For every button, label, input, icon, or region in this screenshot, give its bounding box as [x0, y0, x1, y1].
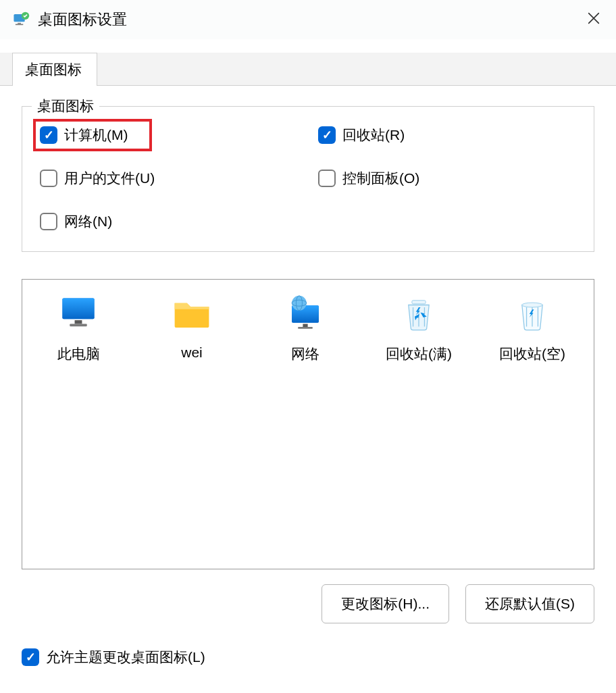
- highlight-annotation: ✓ 计算机(M): [33, 119, 152, 151]
- button-row: 更改图标(H)... 还原默认值(S): [22, 584, 594, 623]
- icon-label: 回收站(空): [499, 344, 565, 363]
- checkbox-label: 网络(N): [64, 212, 112, 231]
- icon-preview-box: 此电脑 wei: [22, 279, 594, 569]
- checkmark-icon: ✓: [44, 128, 54, 143]
- svg-rect-6: [75, 320, 82, 324]
- icon-label: 网络: [291, 344, 319, 363]
- tab-label: 桌面图标: [25, 61, 82, 77]
- checkbox-user-documents[interactable]: 用户的文件(U): [40, 169, 298, 188]
- icon-label: 此电脑: [57, 344, 100, 363]
- checkbox-label: 控制面板(O): [342, 169, 419, 188]
- checkbox-icon: ✓: [22, 648, 39, 666]
- desktop-icons-fieldset: 桌面图标 ✓ 计算机(M) ✓ 回收站(R) 用户的文件(U): [22, 106, 594, 252]
- icon-label: wei: [181, 344, 203, 361]
- checkbox-label: 回收站(R): [342, 126, 405, 145]
- tab-content: 桌面图标 ✓ 计算机(M) ✓ 回收站(R) 用户的文件(U): [0, 86, 616, 667]
- svg-point-16: [522, 303, 542, 307]
- svg-point-12: [292, 296, 307, 311]
- monitor-icon: [59, 294, 98, 334]
- change-icon-button[interactable]: 更改图标(H)...: [322, 584, 449, 623]
- checkbox-icon: [318, 170, 336, 187]
- svg-rect-1: [18, 23, 21, 24]
- preview-item-recycle-empty[interactable]: 回收站(空): [488, 294, 576, 363]
- checkmark-icon: ✓: [26, 650, 36, 665]
- window-title: 桌面图标设置: [38, 9, 127, 30]
- icon-row: 此电脑 wei: [34, 294, 582, 363]
- icon-label: 回收站(满): [386, 344, 452, 363]
- app-icon: [12, 11, 30, 28]
- svg-rect-2: [16, 24, 23, 26]
- checkbox-label: 允许主题更改桌面图标(L): [46, 648, 205, 667]
- checkbox-grid: ✓ 计算机(M) ✓ 回收站(R) 用户的文件(U) 控制面板(O) 网络(N): [40, 126, 576, 231]
- checkmark-icon: ✓: [322, 128, 332, 143]
- checkbox-label: 计算机(M): [64, 126, 128, 145]
- checkbox-computer[interactable]: ✓ 计算机(M): [40, 126, 128, 145]
- svg-rect-10: [303, 324, 307, 328]
- network-icon: [286, 294, 325, 334]
- grid-cell: ✓ 计算机(M): [40, 126, 298, 145]
- tab-desktop-icons[interactable]: 桌面图标: [12, 53, 97, 86]
- tab-strip: 桌面图标: [0, 53, 616, 86]
- checkbox-control-panel[interactable]: 控制面板(O): [318, 169, 576, 188]
- svg-rect-11: [298, 327, 313, 329]
- checkbox-network[interactable]: 网络(N): [40, 212, 298, 231]
- recycle-bin-empty-icon: [513, 294, 552, 334]
- recycle-bin-full-icon: [399, 294, 438, 334]
- preview-item-this-pc[interactable]: 此电脑: [34, 294, 122, 363]
- close-button[interactable]: [580, 7, 608, 32]
- checkbox-icon: ✓: [40, 126, 57, 144]
- preview-item-user-folder[interactable]: wei: [148, 294, 236, 363]
- checkbox-allow-theme[interactable]: ✓ 允许主题更改桌面图标(L): [22, 648, 594, 667]
- folder-icon: [172, 294, 211, 334]
- title-bar-left: 桌面图标设置: [12, 9, 127, 30]
- restore-default-button[interactable]: 还原默认值(S): [465, 584, 594, 623]
- title-bar: 桌面图标设置: [0, 0, 616, 39]
- fieldset-legend: 桌面图标: [32, 97, 99, 116]
- checkbox-icon: ✓: [318, 126, 336, 144]
- preview-item-network[interactable]: 网络: [261, 294, 349, 363]
- svg-rect-7: [70, 324, 86, 327]
- checkbox-label: 用户的文件(U): [64, 169, 155, 188]
- preview-item-recycle-full[interactable]: 回收站(满): [375, 294, 463, 363]
- close-icon: [586, 9, 601, 30]
- checkbox-icon: [40, 213, 57, 230]
- checkbox-recycle-bin[interactable]: ✓ 回收站(R): [318, 126, 576, 145]
- svg-rect-5: [62, 298, 94, 319]
- checkbox-icon: [40, 170, 57, 187]
- svg-rect-15: [412, 301, 426, 304]
